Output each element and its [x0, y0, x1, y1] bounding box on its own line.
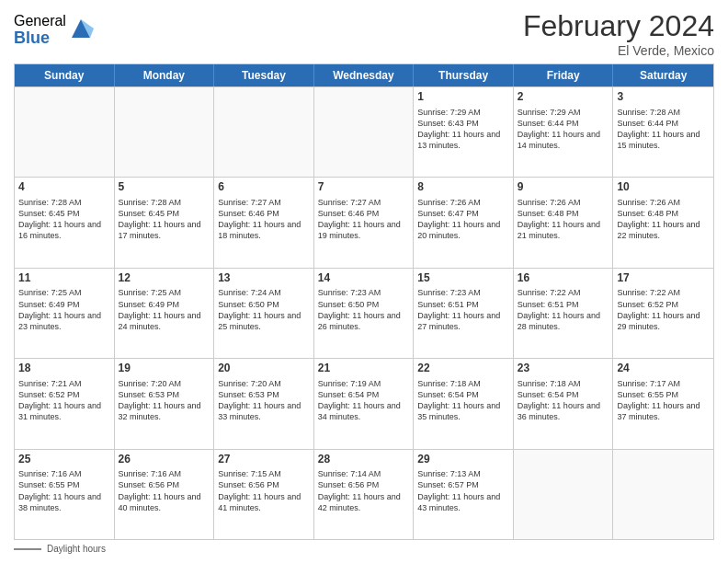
day-number: 18	[18, 362, 110, 376]
day-number: 13	[218, 271, 310, 286]
day-info: Sunrise: 7:20 AMSunset: 6:53 PMDaylight:…	[119, 378, 210, 423]
day-cell-2: 2Sunrise: 7:29 AMSunset: 6:44 PMDaylight…	[514, 87, 614, 177]
day-cell-17: 17Sunrise: 7:22 AMSunset: 6:52 PMDayligh…	[613, 269, 713, 358]
day-number: 2	[518, 90, 609, 105]
day-cell-14: 14Sunrise: 7:23 AMSunset: 6:50 PMDayligh…	[314, 269, 415, 358]
header-day-saturday: Saturday	[613, 64, 713, 86]
day-info: Sunrise: 7:16 AMSunset: 6:55 PMDaylight:…	[18, 468, 110, 513]
day-number: 10	[617, 180, 710, 195]
day-number: 22	[417, 362, 509, 376]
day-cell-26: 26Sunrise: 7:16 AMSunset: 6:56 PMDayligh…	[115, 450, 215, 539]
day-cell-21: 21Sunrise: 7:19 AMSunset: 6:54 PMDayligh…	[314, 359, 415, 448]
day-info: Sunrise: 7:26 AMSunset: 6:48 PMDaylight:…	[518, 197, 609, 242]
day-info: Sunrise: 7:21 AMSunset: 6:52 PMDaylight:…	[18, 378, 110, 423]
day-info: Sunrise: 7:15 AMSunset: 6:56 PMDaylight:…	[218, 468, 310, 513]
day-info: Sunrise: 7:27 AMSunset: 6:46 PMDaylight:…	[318, 197, 410, 242]
day-number: 26	[119, 453, 210, 467]
day-cell-29: 29Sunrise: 7:13 AMSunset: 6:57 PMDayligh…	[414, 450, 514, 539]
logo-general: General	[14, 13, 66, 29]
day-number: 24	[617, 362, 710, 376]
day-number: 28	[318, 453, 410, 467]
day-info: Sunrise: 7:25 AMSunset: 6:49 PMDaylight:…	[119, 287, 210, 332]
day-number: 12	[119, 271, 210, 286]
header-day-sunday: Sunday	[15, 64, 115, 86]
day-number: 27	[218, 453, 310, 467]
calendar-row-2: 4Sunrise: 7:28 AMSunset: 6:45 PMDaylight…	[15, 177, 713, 267]
day-info: Sunrise: 7:23 AMSunset: 6:50 PMDaylight:…	[318, 287, 410, 332]
day-info: Sunrise: 7:27 AMSunset: 6:46 PMDaylight:…	[218, 197, 310, 242]
logo-icon	[68, 16, 94, 41]
day-info: Sunrise: 7:20 AMSunset: 6:53 PMDaylight:…	[218, 378, 310, 423]
day-info: Sunrise: 7:26 AMSunset: 6:48 PMDaylight:…	[617, 197, 710, 242]
day-number: 16	[518, 271, 609, 286]
header-day-monday: Monday	[115, 64, 215, 86]
day-info: Sunrise: 7:28 AMSunset: 6:44 PMDaylight:…	[617, 107, 710, 152]
day-cell-11: 11Sunrise: 7:25 AMSunset: 6:49 PMDayligh…	[15, 269, 115, 358]
day-cell-27: 27Sunrise: 7:15 AMSunset: 6:56 PMDayligh…	[214, 450, 314, 539]
day-number: 15	[417, 271, 509, 286]
day-info: Sunrise: 7:14 AMSunset: 6:56 PMDaylight:…	[318, 468, 410, 513]
day-info: Sunrise: 7:18 AMSunset: 6:54 PMDaylight:…	[518, 378, 609, 423]
day-cell-20: 20Sunrise: 7:20 AMSunset: 6:53 PMDayligh…	[214, 359, 314, 448]
day-cell-10: 10Sunrise: 7:26 AMSunset: 6:48 PMDayligh…	[613, 178, 713, 267]
day-number: 20	[218, 362, 310, 376]
day-info: Sunrise: 7:18 AMSunset: 6:54 PMDaylight:…	[417, 378, 509, 423]
empty-cell	[15, 87, 115, 177]
day-info: Sunrise: 7:28 AMSunset: 6:45 PMDaylight:…	[119, 197, 210, 242]
empty-cell	[314, 87, 415, 177]
day-number: 9	[518, 180, 609, 195]
day-number: 3	[617, 90, 710, 105]
calendar-header: SundayMondayTuesdayWednesdayThursdayFrid…	[15, 64, 713, 86]
day-cell-3: 3Sunrise: 7:28 AMSunset: 6:44 PMDaylight…	[613, 87, 713, 177]
day-number: 25	[18, 453, 110, 467]
day-info: Sunrise: 7:25 AMSunset: 6:49 PMDaylight:…	[18, 287, 110, 332]
empty-cell	[115, 87, 215, 177]
calendar-row-3: 11Sunrise: 7:25 AMSunset: 6:49 PMDayligh…	[15, 268, 713, 358]
day-cell-15: 15Sunrise: 7:23 AMSunset: 6:51 PMDayligh…	[414, 269, 514, 358]
day-info: Sunrise: 7:28 AMSunset: 6:45 PMDaylight:…	[18, 197, 110, 242]
day-number: 17	[617, 271, 710, 286]
day-info: Sunrise: 7:29 AMSunset: 6:43 PMDaylight:…	[417, 107, 509, 152]
day-cell-28: 28Sunrise: 7:14 AMSunset: 6:56 PMDayligh…	[314, 450, 415, 539]
day-cell-18: 18Sunrise: 7:21 AMSunset: 6:52 PMDayligh…	[15, 359, 115, 448]
day-number: 5	[119, 180, 210, 195]
empty-cell	[214, 87, 314, 177]
day-info: Sunrise: 7:22 AMSunset: 6:51 PMDaylight:…	[518, 287, 609, 332]
day-cell-25: 25Sunrise: 7:16 AMSunset: 6:55 PMDayligh…	[15, 450, 115, 539]
day-cell-13: 13Sunrise: 7:24 AMSunset: 6:50 PMDayligh…	[214, 269, 314, 358]
calendar-body: 1Sunrise: 7:29 AMSunset: 6:43 PMDaylight…	[15, 86, 713, 539]
day-info: Sunrise: 7:26 AMSunset: 6:47 PMDaylight:…	[417, 197, 509, 242]
title-block: February 2024 El Verde, Mexico	[523, 9, 714, 58]
footer-line	[14, 548, 41, 550]
day-cell-12: 12Sunrise: 7:25 AMSunset: 6:49 PMDayligh…	[115, 269, 215, 358]
header-day-thursday: Thursday	[414, 64, 514, 86]
logo-blue: Blue	[14, 29, 66, 48]
footer-note-text: Daylight hours	[47, 544, 106, 554]
calendar-row-1: 1Sunrise: 7:29 AMSunset: 6:43 PMDaylight…	[15, 86, 713, 177]
day-number: 23	[518, 362, 609, 376]
header: General Blue February 2024 El Verde, Mex…	[14, 9, 714, 58]
day-cell-22: 22Sunrise: 7:18 AMSunset: 6:54 PMDayligh…	[414, 359, 514, 448]
day-number: 1	[417, 90, 509, 105]
header-day-friday: Friday	[514, 64, 614, 86]
day-number: 21	[318, 362, 410, 376]
day-info: Sunrise: 7:17 AMSunset: 6:55 PMDaylight:…	[617, 378, 710, 423]
day-info: Sunrise: 7:24 AMSunset: 6:50 PMDaylight:…	[218, 287, 310, 332]
day-cell-19: 19Sunrise: 7:20 AMSunset: 6:53 PMDayligh…	[115, 359, 215, 448]
calendar: SundayMondayTuesdayWednesdayThursdayFrid…	[14, 63, 714, 540]
day-info: Sunrise: 7:13 AMSunset: 6:57 PMDaylight:…	[417, 468, 509, 513]
calendar-row-5: 25Sunrise: 7:16 AMSunset: 6:55 PMDayligh…	[15, 449, 713, 539]
day-cell-4: 4Sunrise: 7:28 AMSunset: 6:45 PMDaylight…	[15, 178, 115, 267]
day-number: 4	[18, 180, 110, 195]
day-info: Sunrise: 7:29 AMSunset: 6:44 PMDaylight:…	[518, 107, 609, 152]
day-number: 29	[417, 453, 509, 467]
day-info: Sunrise: 7:23 AMSunset: 6:51 PMDaylight:…	[417, 287, 509, 332]
calendar-row-4: 18Sunrise: 7:21 AMSunset: 6:52 PMDayligh…	[15, 358, 713, 448]
day-info: Sunrise: 7:19 AMSunset: 6:54 PMDaylight:…	[318, 378, 410, 423]
day-info: Sunrise: 7:16 AMSunset: 6:56 PMDaylight:…	[119, 468, 210, 513]
day-number: 8	[417, 180, 509, 195]
day-cell-8: 8Sunrise: 7:26 AMSunset: 6:47 PMDaylight…	[414, 178, 514, 267]
day-cell-16: 16Sunrise: 7:22 AMSunset: 6:51 PMDayligh…	[514, 269, 614, 358]
day-number: 19	[119, 362, 210, 376]
day-cell-24: 24Sunrise: 7:17 AMSunset: 6:55 PMDayligh…	[613, 359, 713, 448]
